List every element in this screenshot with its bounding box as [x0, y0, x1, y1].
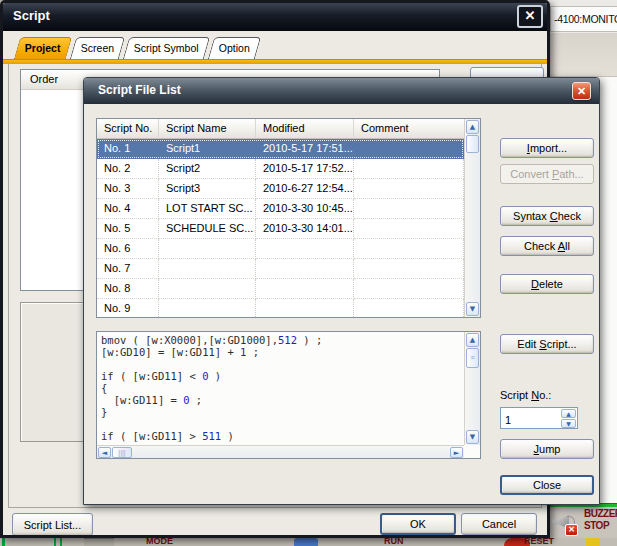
- tab-option[interactable]: Option: [208, 37, 261, 59]
- script-table-rows: No. 1Script12010-5-17 17:51...No. 2Scrip…: [97, 139, 464, 317]
- scroll-down-icon[interactable]: ▼: [466, 302, 479, 316]
- dialog-titlebar[interactable]: Script File List: [84, 78, 599, 104]
- close-icon: ✕: [577, 85, 586, 97]
- hmi-fragment: [2, 538, 5, 546]
- dialog-close-button[interactable]: ✕: [572, 82, 591, 100]
- script-list-button[interactable]: Script List...: [12, 513, 93, 536]
- table-row[interactable]: No. 7: [97, 259, 464, 279]
- table-cell: No. 4: [97, 199, 159, 219]
- scroll-thumb[interactable]: [466, 135, 479, 153]
- dialog-title: Script File List: [98, 83, 181, 97]
- table-cell: [256, 239, 354, 259]
- table-cell: No. 5: [97, 219, 159, 239]
- script-window-close-button[interactable]: ✕: [517, 5, 543, 28]
- table-cell: 2010-3-30 10:45...: [256, 199, 354, 219]
- hmi-fragment: [54, 538, 56, 546]
- scroll-up-icon[interactable]: ▲: [466, 120, 479, 134]
- table-cell: No. 3: [97, 179, 159, 199]
- tab-script-symbol[interactable]: Script Symbol: [123, 37, 210, 59]
- script-window-titlebar[interactable]: Script: [3, 3, 547, 31]
- tab-screen[interactable]: Screen: [69, 37, 125, 59]
- table-row[interactable]: No. 2Script22010-5-17 17:52...: [97, 159, 464, 179]
- scroll-down-icon[interactable]: ▼: [466, 430, 479, 444]
- table-row[interactable]: No. 6: [97, 239, 464, 259]
- table-cell: [354, 299, 464, 317]
- column-header-modified[interactable]: Modified: [256, 119, 354, 139]
- tab-strip: Project Screen Script Symbol Option: [17, 37, 258, 59]
- scroll-thumb[interactable]: ≡: [466, 348, 479, 368]
- check-all-button[interactable]: Check All: [500, 236, 594, 256]
- table-cell: [256, 259, 354, 279]
- table-cell: No. 2: [97, 159, 159, 179]
- table-cell: No. 6: [97, 239, 159, 259]
- table-cell: SCHEDULE SC...: [159, 219, 256, 239]
- table-cell: No. 8: [97, 279, 159, 299]
- screen: -4100:MONITO ✕ BUZZERSTOP MODE RUN RESET…: [0, 0, 617, 546]
- table-cell: [159, 259, 256, 279]
- table-cell: Script1: [159, 139, 256, 159]
- column-header-script-no[interactable]: Script No.: [97, 119, 159, 139]
- spin-up-icon[interactable]: ▲: [561, 409, 576, 418]
- speaker-icon: ✕: [552, 512, 578, 538]
- ok-button[interactable]: OK: [380, 513, 456, 535]
- code-vertical-scrollbar[interactable]: ▲ ≡ ▼: [464, 332, 480, 445]
- background-toolbar-band: [548, 33, 617, 77]
- background-window-title: -4100:MONITO: [550, 6, 617, 32]
- table-cell: No. 7: [97, 259, 159, 279]
- scroll-right-icon[interactable]: ►: [450, 447, 463, 458]
- table-cell: [354, 239, 464, 259]
- code-horizontal-scrollbar[interactable]: ◄ |||| ►: [97, 445, 464, 458]
- background-bottom-strip: MODE RUN RESET: [0, 538, 617, 546]
- script-code-text: bmov ( [w:X0000],[w:GD1000],512 ) ; [w:G…: [101, 334, 462, 444]
- table-cell: LOT START SC...: [159, 199, 256, 219]
- table-cell: No. 1: [97, 139, 159, 159]
- buzzer-stop-label: BUZZERSTOP: [584, 508, 617, 532]
- script-code-preview: bmov ( [w:X0000],[w:GD1000],512 ) ; [w:G…: [96, 331, 481, 459]
- column-header-script-name[interactable]: Script Name: [159, 119, 256, 139]
- edit-script-button[interactable]: Edit Script...: [500, 334, 594, 354]
- column-header-comment[interactable]: Comment: [354, 119, 464, 139]
- script-table: Script No. Script Name Modified Comment …: [96, 118, 481, 318]
- jump-button[interactable]: Jump: [500, 439, 594, 459]
- script-file-list-dialog: Script File List ✕ Script No. Script Nam…: [83, 77, 600, 505]
- scroll-thumb[interactable]: ||||: [112, 447, 132, 458]
- table-row[interactable]: No. 4LOT START SC...2010-3-30 10:45...: [97, 199, 464, 219]
- table-row[interactable]: No. 3Script32010-6-27 12:54...: [97, 179, 464, 199]
- hmi-label-fragment: MODE: [146, 538, 173, 546]
- table-cell: [354, 139, 464, 159]
- table-cell: [354, 199, 464, 219]
- hmi-label-fragment: RUN: [384, 538, 404, 546]
- table-row[interactable]: No. 8: [97, 279, 464, 299]
- spin-down-icon[interactable]: ▼: [561, 419, 576, 428]
- table-cell: [256, 279, 354, 299]
- convert-path-button[interactable]: Convert Path...: [500, 164, 594, 184]
- table-cell: [159, 299, 256, 317]
- scroll-left-icon[interactable]: ◄: [98, 447, 111, 458]
- delete-button[interactable]: Delete: [500, 274, 594, 294]
- table-cell: 2010-6-27 12:54...: [256, 179, 354, 199]
- table-cell: [354, 159, 464, 179]
- table-row[interactable]: No. 5SCHEDULE SC...2010-3-30 14:01...: [97, 219, 464, 239]
- table-cell: [159, 239, 256, 259]
- tab-project[interactable]: Project: [14, 37, 72, 59]
- table-cell: [354, 279, 464, 299]
- table-cell: [354, 259, 464, 279]
- table-row[interactable]: No. 9: [97, 299, 464, 317]
- hmi-label-fragment: RESET: [524, 538, 554, 546]
- scroll-up-icon[interactable]: ▲: [466, 333, 479, 347]
- cancel-button[interactable]: Cancel: [461, 513, 537, 535]
- table-scrollbar[interactable]: ▲ ▼: [464, 119, 480, 317]
- syntax-check-button[interactable]: Syntax Check: [500, 206, 594, 226]
- script-no-input[interactable]: [501, 408, 559, 428]
- hmi-fragment: [60, 538, 62, 546]
- mute-badge-icon: ✕: [565, 524, 578, 536]
- import-button[interactable]: Import...: [500, 138, 594, 158]
- table-cell: 2010-5-17 17:51...: [256, 139, 354, 159]
- hmi-fragment: [586, 538, 600, 546]
- hmi-fragment: [294, 538, 318, 546]
- hmi-fragment: [84, 538, 114, 546]
- script-window-title: Script: [13, 8, 50, 23]
- table-cell: [354, 179, 464, 199]
- close-button[interactable]: Close: [500, 475, 594, 495]
- table-row[interactable]: No. 1Script12010-5-17 17:51...: [97, 139, 464, 159]
